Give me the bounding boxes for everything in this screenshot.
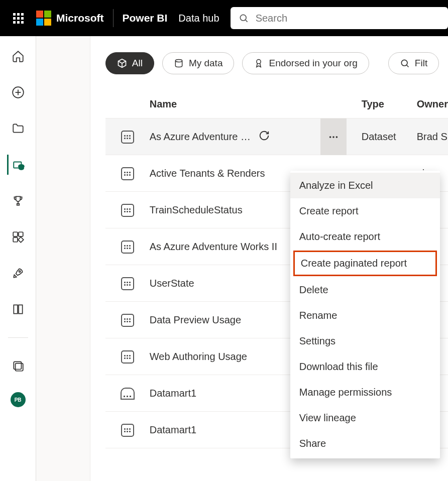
dataset-icon [105,277,150,290]
ribbon-icon [254,58,264,68]
context-menu-item[interactable]: Share [290,431,440,456]
workspaces-icon [12,359,25,373]
pill-all[interactable]: All [105,52,154,74]
context-menu-item[interactable]: Create report [290,198,440,224]
row-owner: Brad S [410,131,448,143]
search-icon [400,58,410,68]
rocket-icon [12,267,25,280]
nav-create[interactable] [8,82,28,102]
dataset-icon [105,167,150,180]
pill-all-label: All [132,58,143,69]
row-type: Dataset [350,131,410,143]
svg-point-0 [240,15,246,21]
col-header-type[interactable]: Type [350,98,410,110]
refresh-icon[interactable] [259,130,270,144]
nav-learn[interactable] [8,299,28,319]
dataset-icon [105,314,150,327]
svg-point-14 [175,60,182,62]
brand-name: Microsoft [56,12,104,24]
row-name-cell[interactable]: As Azure Adventure … [150,130,320,144]
microsoft-squares-icon [36,11,51,26]
row-name-text: Web Authoring Usage [150,351,247,363]
secondary-panel [36,36,90,481]
nav-separator [8,337,28,338]
cube-icon [117,58,127,68]
pill-filter-label: Filt [415,58,427,69]
context-menu-item[interactable]: Auto-create report [290,224,440,250]
context-menu: Analyze in ExcelCreate reportAuto-create… [290,171,440,458]
datamart-icon [105,388,150,400]
nav-metrics[interactable] [8,191,28,211]
svg-rect-9 [19,232,23,236]
filter-pills: All My data Endorsed in your org Filt [105,52,448,74]
row-name-text: As Azure Adventure … [150,131,251,143]
dataset-icon [105,240,150,254]
svg-point-11 [19,271,20,272]
search-icon [239,13,249,24]
col-header-owner[interactable]: Owner [410,98,448,110]
dataset-icon [105,424,150,437]
apps-icon [12,230,25,244]
row-name-text: TrainScheduleStatus [150,204,243,216]
pill-my-data[interactable]: My data [162,52,235,74]
svg-point-15 [257,60,261,64]
svg-rect-8 [13,232,18,236]
context-menu-item[interactable]: Create paginated report [293,251,437,276]
pill-endorsed-label: Endorsed in your org [269,58,357,69]
row-name-text: Data Preview Usage [150,314,241,326]
more-options-button[interactable] [320,118,347,155]
dataset-icon [105,350,150,364]
nav-home[interactable] [8,46,28,66]
nav-deployment[interactable] [8,263,28,283]
search-box[interactable] [231,7,448,29]
header-divider [113,9,114,27]
context-menu-item[interactable]: Analyze in Excel [290,173,440,198]
row-name-text: Active Tenants & Renders [150,168,265,179]
table-row[interactable]: As Azure Adventure …DatasetBrad S [105,118,448,155]
trophy-icon [12,194,25,207]
svg-line-1 [245,20,247,22]
context-menu-item[interactable]: Settings [290,328,440,354]
row-name-text: UserState [150,278,194,289]
svg-line-17 [407,65,409,67]
context-menu-item[interactable]: Rename [290,303,440,328]
col-header-name[interactable]: Name [150,98,350,110]
more-icon [328,132,339,143]
svg-rect-13 [15,364,23,371]
waffle-button[interactable] [0,13,36,24]
plus-circle-icon [12,86,25,99]
data-hub-icon [12,158,25,171]
main-content: All My data Endorsed in your org Filt Na… [90,36,448,481]
context-menu-item[interactable]: Delete [290,277,440,303]
context-menu-item[interactable]: Download this file [290,354,440,380]
pill-filter[interactable]: Filt [388,52,439,74]
nav-apps[interactable] [8,227,28,247]
pill-endorsed[interactable]: Endorsed in your org [242,52,369,74]
product-name[interactable]: Power BI [123,12,168,24]
page-name[interactable]: Data hub [178,13,219,24]
search-input[interactable] [256,13,440,24]
pill-mydata-label: My data [189,58,223,69]
dataset-icon [105,204,150,217]
database-icon [174,58,184,68]
row-name-text: Datamart1 [150,388,196,399]
context-menu-item[interactable]: Manage permissions [290,380,440,405]
row-name-text: Datamart1 [150,424,196,436]
user-avatar[interactable]: PB [11,392,26,407]
nav-data-hub[interactable] [7,155,27,175]
dataset-icon [105,131,150,144]
book-icon [12,303,25,316]
left-nav: PB [0,36,36,481]
svg-point-7 [19,165,24,168]
table-header: Name Type Owner [105,90,448,118]
waffle-icon [13,13,24,24]
svg-rect-12 [14,362,21,369]
context-menu-item[interactable]: View lineage [290,405,440,431]
row-name-text: As Azure Adventure Works II [150,241,277,253]
home-icon [12,50,25,63]
nav-workspaces[interactable] [8,356,28,376]
svg-point-19 [332,136,334,138]
microsoft-logo[interactable]: Microsoft [36,11,113,26]
app-header: Microsoft Power BI Data hub [0,0,448,36]
nav-browse[interactable] [8,118,28,139]
